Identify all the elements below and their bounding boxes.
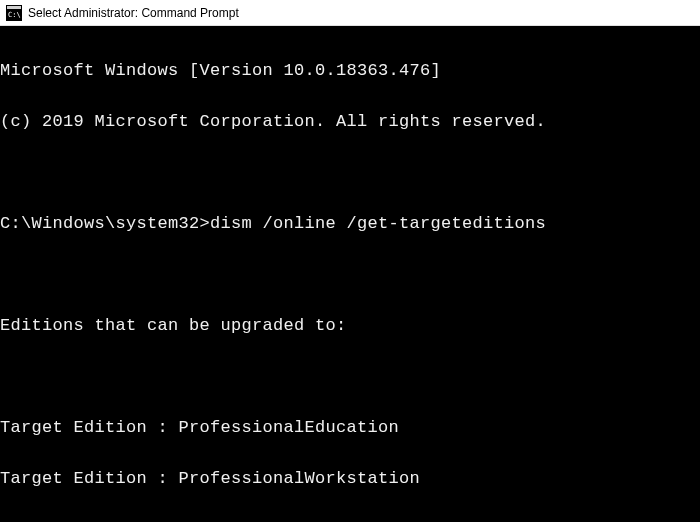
edition-label: Target Edition : [0,466,179,492]
edition-value: Education [179,517,274,523]
blank-line [0,364,700,390]
edition-row: Target Edition : ProfessionalWorkstation [0,466,700,492]
prompt-text: C:\Windows\system32> [0,211,210,237]
svg-text:C:\: C:\ [8,11,21,19]
edition-value: ProfessionalEducation [179,415,400,441]
window-titlebar[interactable]: C:\ Select Administrator: Command Prompt [0,0,700,26]
blank-line [0,160,700,186]
banner-copyright: (c) 2019 Microsoft Corporation. All righ… [0,109,700,135]
cmd-icon: C:\ [6,5,22,21]
banner-version: Microsoft Windows [Version 10.0.18363.47… [0,58,700,84]
edition-row: Target Edition : Education [0,517,700,523]
edition-row: Target Edition : ProfessionalEducation [0,415,700,441]
edition-label: Target Edition : [0,415,179,441]
command-line: C:\Windows\system32>dism /online /get-ta… [0,211,700,237]
svg-rect-1 [7,6,21,9]
terminal-output: Microsoft Windows [Version 10.0.18363.47… [0,26,700,522]
editions-heading: Editions that can be upgraded to: [0,313,700,339]
blank-line [0,262,700,288]
edition-label: Target Edition : [0,517,179,523]
edition-value: ProfessionalWorkstation [179,466,421,492]
command-text: dism /online /get-targeteditions [210,211,546,237]
window-title: Select Administrator: Command Prompt [28,6,239,20]
